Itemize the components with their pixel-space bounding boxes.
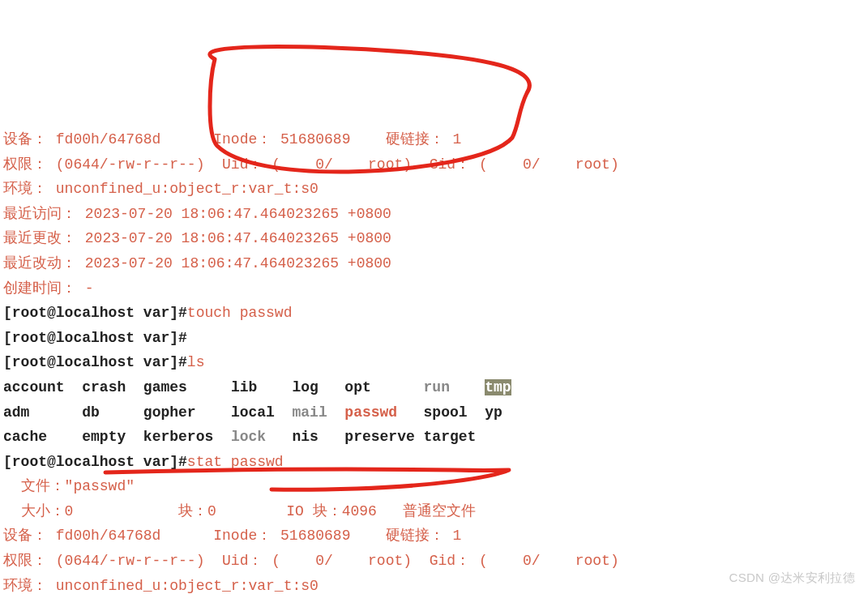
ls-dir: preserve [344, 429, 414, 445]
ls-link: mail [293, 404, 327, 421]
shell-prompt[interactable]: [root@localhost var]# [3, 330, 187, 346]
ls-link: lock [231, 429, 266, 445]
ls-dir: crash [82, 379, 126, 395]
ls-dir: gopher [143, 404, 196, 421]
ls-dir: account [3, 379, 65, 395]
ls-dir: lib [231, 379, 257, 395]
ls-dir: opt [344, 379, 370, 395]
ls-dir: games [143, 379, 187, 395]
shell-prompt[interactable]: [root@localhost var]# [3, 354, 187, 370]
stat-ctime: 最近改动： 2023-07-20 18:06:47.464023265 +080… [3, 255, 391, 271]
stat2-perm: 权限： (0644/-rw-r--r--) Uid： ( 0/ root) Gi… [3, 553, 619, 569]
ls-dir: cache [3, 429, 47, 445]
ls-dir: adm [3, 404, 29, 421]
ls-dir: kerberos [143, 429, 213, 445]
ls-dir: local [231, 404, 275, 421]
ls-row: account crash games lib log opt run tmp [3, 379, 511, 395]
ls-dir: log [293, 379, 319, 395]
stat-btime: 创建时间： - [3, 280, 94, 297]
stat-device: 设备： fd00h/64768d Inode： 51680689 硬链接： 1 [3, 131, 461, 147]
ls-sticky: tmp [485, 379, 511, 395]
ls-dir: nis [293, 429, 319, 445]
ls-dir: db [82, 404, 100, 421]
stat-mtime: 最近更改： 2023-07-20 18:06:47.464023265 +080… [3, 230, 391, 246]
terminal-output: 设备： fd00h/64768d Inode： 51680689 硬链接： 1 … [0, 99, 868, 594]
ls-row: cache empty kerberos lock nis preserve t… [3, 429, 476, 445]
ls-dir: empty [82, 429, 126, 445]
stat2-file: 文件："passwd" [3, 478, 135, 494]
stat-env: 环境： unconfined_u:object_r:var_t:s0 [3, 181, 319, 197]
stat2-device: 设备： fd00h/64768d Inode： 51680689 硬链接： 1 [3, 528, 461, 544]
cmd-stat: stat passwd [187, 454, 284, 470]
stat2-env: 环境： unconfined_u:object_r:var_t:s0 [3, 578, 319, 594]
ls-dir: spool [424, 404, 468, 421]
ls-dir: yp [485, 404, 502, 421]
cmd-touch: touch passwd [187, 305, 293, 321]
shell-prompt[interactable]: [root@localhost var]# [3, 454, 187, 470]
ls-dir: target [424, 429, 477, 445]
cmd-ls: ls [187, 354, 205, 370]
ls-file: passwd [344, 404, 397, 421]
watermark: CSDN @达米安利拉德 [729, 567, 856, 588]
stat2-size: 大小：0 块：0 IO 块：4096 普通空文件 [3, 503, 476, 519]
stat-atime: 最近访问： 2023-07-20 18:06:47.464023265 +080… [3, 206, 391, 222]
ls-link: run [424, 379, 450, 395]
ls-row: adm db gopher local mail passwd spool yp [3, 404, 502, 421]
shell-prompt[interactable]: [root@localhost var]# [3, 305, 187, 321]
stat-perm: 权限： (0644/-rw-r--r--) Uid： ( 0/ root) Gi… [3, 156, 619, 173]
